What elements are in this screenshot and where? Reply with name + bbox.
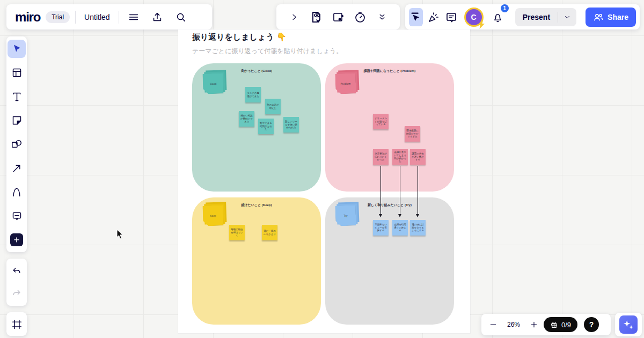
tool-comment[interactable] xyxy=(8,207,26,225)
sticky-stack-label: Problem xyxy=(335,73,356,94)
present-label: Present xyxy=(515,13,558,21)
ai-assistant-button[interactable] xyxy=(619,315,638,334)
divider xyxy=(119,11,119,24)
shapes-icon xyxy=(11,138,23,150)
rewards-counter[interactable]: 0/9 xyxy=(544,317,577,332)
toolbar-left xyxy=(6,36,27,252)
board-title[interactable]: Untitled xyxy=(81,13,113,21)
sticky-note-try-3[interactable]: 週の頭に計画を立てるようにする xyxy=(410,220,426,236)
gift-icon xyxy=(550,321,558,329)
share-button[interactable]: Share xyxy=(586,8,636,27)
sticky-stack-try[interactable]: Try xyxy=(335,205,356,226)
sticky-note-try-1[interactable]: 定期的なレビューを実施する xyxy=(373,220,389,236)
tool-pen[interactable] xyxy=(8,183,26,201)
upload-icon xyxy=(151,11,163,23)
undo-icon xyxy=(11,267,22,277)
share-label: Share xyxy=(608,13,628,21)
presentation-doc-icon xyxy=(310,11,323,24)
select-arrow-icon xyxy=(11,43,22,54)
pen-icon xyxy=(11,187,22,197)
tool-text[interactable] xyxy=(8,87,26,106)
frame-title[interactable]: 振り返りをしましょう 👇 xyxy=(192,32,287,42)
presentation-mode-button[interactable] xyxy=(307,8,325,26)
timer-icon xyxy=(354,11,367,24)
zoom-level[interactable]: 26% xyxy=(503,321,524,328)
export-button[interactable] xyxy=(148,8,166,26)
comments-panel-button[interactable] xyxy=(444,8,458,26)
sticky-note-keep-2[interactable]: 週に一度のふりかえり xyxy=(262,225,277,240)
tool-add-more[interactable] xyxy=(8,231,26,249)
sticky-note-good-1[interactable]: タスクの整理ができた xyxy=(245,87,261,102)
sparkles-icon xyxy=(623,319,634,330)
zoom-out-button[interactable] xyxy=(486,315,501,334)
sticky-note-good-2[interactable]: 朝の会話が増えた xyxy=(265,99,281,114)
notifications-button[interactable]: 1 xyxy=(491,8,505,26)
notification-badge: 1 xyxy=(501,4,509,12)
rewards-counter-value: 0/9 xyxy=(561,321,571,329)
sticky-note-good-3[interactable]: 細かい相談が気軽にできた xyxy=(239,111,254,127)
plus-icon xyxy=(530,320,538,329)
sticky-stack-keep[interactable]: Keep xyxy=(202,205,223,226)
history-toolbar xyxy=(6,259,27,306)
frames-toolbar xyxy=(6,312,27,336)
sticky-stack-good[interactable]: Good xyxy=(202,73,223,94)
sticky-stack-label: Good xyxy=(202,73,223,94)
double-chevron-down-icon xyxy=(377,12,387,22)
tool-shapes[interactable] xyxy=(8,135,26,153)
frame-subtitle[interactable]: テーマごとに振り返って付箋を貼り付けましょう。 xyxy=(192,47,342,56)
present-dropdown[interactable] xyxy=(558,13,576,21)
tool-templates[interactable] xyxy=(8,64,26,82)
redo-button[interactable] xyxy=(8,283,26,302)
frame-snapshot-button[interactable] xyxy=(329,8,347,26)
topbar-left: miro Trial Untitled xyxy=(6,4,212,30)
topbar-right: C 1 Present Share xyxy=(405,4,640,30)
more-tools-button[interactable] xyxy=(373,8,391,26)
plus-icon xyxy=(10,233,23,246)
sticky-note-problem-3[interactable]: 決定事項が伝わりにくかった xyxy=(373,149,389,165)
frames-icon xyxy=(11,319,23,330)
help-button[interactable]: ? xyxy=(584,317,599,332)
frames-button[interactable] xyxy=(8,315,26,333)
sticky-note-problem-4[interactable]: 会議が長引いてしまう日が多かった xyxy=(392,149,408,165)
minus-icon xyxy=(489,320,497,329)
tool-sticky-note[interactable] xyxy=(8,112,26,130)
sticky-note-try-2[interactable]: 会議を時間通りに終える xyxy=(392,220,408,236)
templates-icon xyxy=(11,67,23,78)
sticky-note-problem-2[interactable]: 環境構築に時間がかかりすぎた xyxy=(405,126,420,142)
sticky-note-good-4[interactable]: 集中できる時間がとれた xyxy=(258,119,274,134)
chevron-down-icon xyxy=(564,13,571,21)
trial-badge[interactable]: Trial xyxy=(46,11,70,23)
laser-pointer-button[interactable] xyxy=(427,8,441,26)
board-frame[interactable]: 振り返りをしましょう 👇 テーマごとに振り返って付箋を貼り付けましょう。 良かっ… xyxy=(178,30,470,333)
main-menu-button[interactable] xyxy=(125,8,143,26)
miro-logo[interactable]: miro xyxy=(13,10,40,25)
connector-arrow-2[interactable] xyxy=(400,166,400,216)
connector-arrow-1[interactable] xyxy=(380,166,381,216)
sticky-note-keep-1[interactable]: 毎朝の朝会を続けていく xyxy=(229,225,245,240)
divider xyxy=(75,11,76,24)
select-cursor-icon xyxy=(410,11,422,23)
sticky-stack-label: Try xyxy=(335,205,356,226)
sticky-stack-problem[interactable]: Problem xyxy=(335,73,356,94)
comments-icon xyxy=(445,11,458,24)
sticky-note-icon xyxy=(11,115,23,126)
hamburger-icon xyxy=(128,11,140,23)
timer-button[interactable] xyxy=(351,8,369,26)
search-button[interactable] xyxy=(172,8,190,26)
tool-select[interactable] xyxy=(8,40,26,58)
chevron-right-icon xyxy=(290,13,298,21)
tool-connector[interactable] xyxy=(8,159,26,178)
laser-pointer-icon xyxy=(427,11,440,24)
undo-button[interactable] xyxy=(8,263,26,281)
people-icon xyxy=(593,12,604,22)
user-avatar[interactable]: C xyxy=(464,8,484,27)
sticky-note-problem-1[interactable]: ドキュメントが散らばっている xyxy=(373,114,389,129)
text-icon xyxy=(11,91,23,102)
connector-arrow-3[interactable] xyxy=(418,166,418,216)
sticky-note-problem-5[interactable]: 課題の共有が遅い気がする xyxy=(410,149,426,165)
select-collaboration-tool[interactable] xyxy=(409,8,423,26)
expand-toolbar-button[interactable] xyxy=(285,8,303,26)
zoom-in-button[interactable] xyxy=(526,315,541,334)
present-button[interactable]: Present xyxy=(515,8,576,26)
sticky-note-good-5[interactable]: 新しいツールを使い始められた xyxy=(283,117,299,133)
